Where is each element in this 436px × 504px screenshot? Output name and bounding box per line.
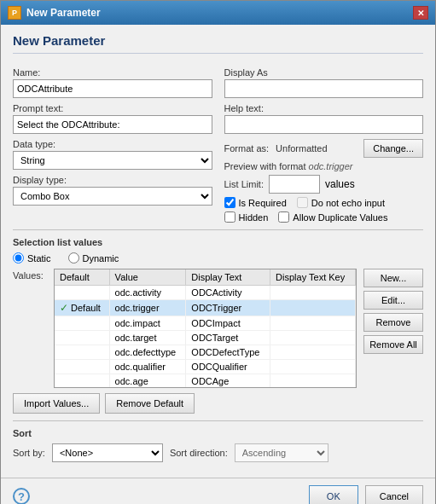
dialog-heading: New Parameter <box>13 33 423 54</box>
values-label: Values: <box>13 269 47 388</box>
data-type-select[interactable]: String Integer Float Boolean Date <box>13 151 212 170</box>
divider-1 <box>13 229 423 230</box>
help-icon[interactable]: ? <box>13 488 30 504</box>
remove-default-button[interactable]: Remove Default <box>105 393 195 414</box>
cell-display-text: ODCTrigger <box>186 300 270 316</box>
static-label: Static <box>27 253 51 264</box>
new-button[interactable]: New... <box>363 269 423 287</box>
allow-duplicate-checkbox-item[interactable]: Allow Duplicate Values <box>278 211 387 223</box>
preview-row: Preview with format odc.trigger <box>224 161 424 171</box>
bottom-buttons-row: Import Values... Remove Default <box>13 393 423 414</box>
hidden-checkbox-item[interactable]: Hidden <box>224 211 269 223</box>
remove-button[interactable]: Remove <box>363 313 423 332</box>
table-row[interactable]: odc.impact ODCImpact <box>55 316 356 331</box>
col-header-default: Default <box>55 269 109 286</box>
name-label: Name: <box>13 67 212 78</box>
static-radio-item[interactable]: Static <box>13 252 51 264</box>
cell-default <box>55 345 109 360</box>
sort-by-select[interactable]: <None> <box>52 443 163 462</box>
table-row[interactable]: odc.age ODCAge <box>55 374 356 389</box>
col-header-display-text: Display Text <box>186 269 270 286</box>
do-not-echo-checkbox[interactable] <box>297 197 308 208</box>
prompt-label: Prompt text: <box>13 103 212 113</box>
name-input[interactable] <box>13 79 212 98</box>
sort-section: Sort Sort by: <None> Sort direction: Asc… <box>13 428 423 462</box>
ok-button[interactable]: OK <box>309 485 358 504</box>
display-type-select[interactable]: Combo Box List Box Text Box Radio Button <box>13 187 212 206</box>
cell-display-text: ODCAge <box>186 374 270 389</box>
cell-display-text-key <box>270 316 356 331</box>
cell-default <box>55 316 109 331</box>
footer-right: OK Cancel <box>309 485 423 504</box>
side-buttons: New... Edit... Remove Remove All <box>363 269 423 388</box>
format-as-label: Format as: <box>224 143 270 154</box>
values-table-container[interactable]: Default Value Display Text Display Text … <box>54 269 357 388</box>
edit-button[interactable]: Edit... <box>363 291 423 310</box>
display-as-input[interactable] <box>224 79 424 98</box>
values-section: Values: Default Value Display Text Displ… <box>13 269 423 388</box>
dialog-icon: P <box>8 6 21 20</box>
cell-display-text-key <box>270 286 356 300</box>
cell-default <box>55 286 109 300</box>
sort-section-label: Sort <box>13 428 423 438</box>
list-limit-label: List Limit: <box>224 179 264 189</box>
help-text-input[interactable] <box>224 115 424 134</box>
cancel-button[interactable]: Cancel <box>365 485 423 504</box>
is-required-checkbox[interactable] <box>224 197 235 208</box>
table-row[interactable]: odc.activity ODCActivity <box>55 286 356 300</box>
col-header-value: Value <box>109 269 186 286</box>
cell-value: odc.trigger <box>109 300 186 316</box>
new-parameter-dialog: P New Parameter ✕ New Parameter Name: Pr… <box>0 0 436 504</box>
cell-value: odc.activity <box>109 286 186 300</box>
cell-display-text-key <box>270 345 356 360</box>
form-section: Name: Prompt text: Data type: String Int… <box>13 62 423 223</box>
cell-display-text: ODCImpact <box>186 316 270 331</box>
help-text-label: Help text: <box>224 103 424 113</box>
title-bar-left: P New Parameter <box>8 6 101 20</box>
title-bar-text: New Parameter <box>26 7 101 19</box>
table-row[interactable]: odc.target ODCTarget <box>55 331 356 345</box>
footer: ? OK Cancel <box>1 478 435 504</box>
remove-all-button[interactable]: Remove All <box>363 335 423 354</box>
allow-duplicate-checkbox[interactable] <box>278 211 289 223</box>
cell-default <box>55 374 109 389</box>
cell-display-text-key <box>270 360 356 374</box>
cell-display-text: ODCQualifier <box>186 360 270 374</box>
cell-default: ✓ Default <box>55 300 109 316</box>
table-row[interactable]: odc.defecttype ODCDefectType <box>55 345 356 360</box>
do-not-echo-label: Do not echo input <box>311 198 385 208</box>
dynamic-radio[interactable] <box>68 252 79 264</box>
sort-row: Sort by: <None> Sort direction: Ascendin… <box>13 443 423 462</box>
right-column: Display As Help text: Format as: Unforma… <box>224 62 424 223</box>
static-radio[interactable] <box>13 252 24 264</box>
cell-display-text-key <box>270 331 356 345</box>
dynamic-label: Dynamic <box>83 253 119 264</box>
close-button[interactable]: ✕ <box>413 6 428 20</box>
table-row[interactable]: odc.qualifier ODCQualifier <box>55 360 356 374</box>
left-column: Name: Prompt text: Data type: String Int… <box>13 62 212 223</box>
import-values-button[interactable]: Import Values... <box>13 393 100 414</box>
sort-direction-select[interactable]: Ascending Descending <box>235 443 328 462</box>
hidden-checkbox[interactable] <box>224 211 235 223</box>
list-limit-suffix: values <box>325 178 355 190</box>
is-required-label: Is Required <box>239 198 287 208</box>
selection-section-label: Selection list values <box>13 237 423 247</box>
is-required-checkbox-item[interactable]: Is Required <box>224 197 287 208</box>
table-row[interactable]: ✓ Default odc.trigger ODCTrigger <box>55 300 356 316</box>
change-button[interactable]: Change... <box>363 139 423 158</box>
cell-value: odc.impact <box>109 316 186 331</box>
cell-display-text-key <box>270 374 356 389</box>
do-not-echo-checkbox-item[interactable]: Do not echo input <box>297 197 385 208</box>
data-type-label: Data type: <box>13 139 212 149</box>
dynamic-radio-item[interactable]: Dynamic <box>68 252 119 264</box>
cell-display-text: ODCTarget <box>186 331 270 345</box>
list-limit-input[interactable] <box>269 175 320 194</box>
cell-default <box>55 360 109 374</box>
prompt-input[interactable] <box>13 115 212 134</box>
check-mark: ✓ <box>60 302 68 314</box>
sort-by-label: Sort by: <box>13 448 45 458</box>
table-header-row: Default Value Display Text Display Text … <box>55 269 356 286</box>
cell-display-text-key <box>270 300 356 316</box>
divider-2 <box>13 420 423 421</box>
cell-value: odc.age <box>109 374 186 389</box>
